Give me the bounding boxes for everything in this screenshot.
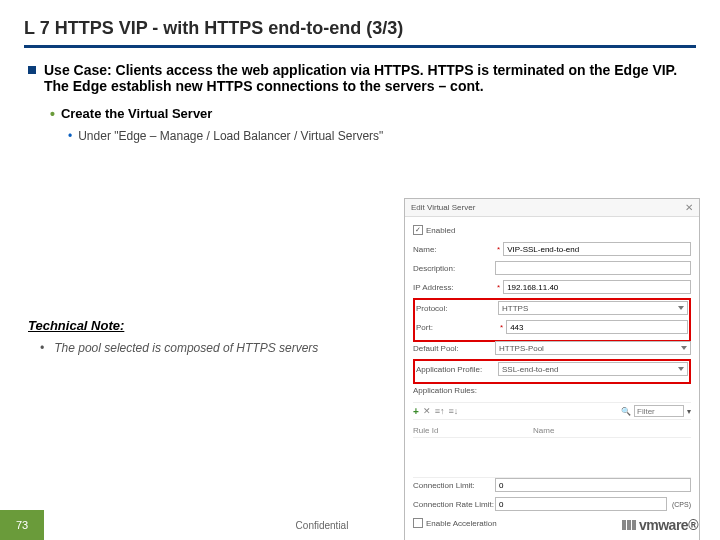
connrate-suffix: (CPS) <box>672 501 691 508</box>
name-label: Name: <box>413 245 495 254</box>
appprofile-label: Application Profile: <box>416 365 498 374</box>
square-bullet-icon <box>28 66 36 74</box>
bullet-sub1: • Create the Virtual Server <box>50 106 696 121</box>
bullet-main: Use Case: Clients access the web applica… <box>28 62 696 94</box>
bullet-sub2: • Under "Edge – Manage / Load Balancer /… <box>68 129 696 143</box>
rules-table-header: Rule Id Name <box>413 424 691 438</box>
required-icon: * <box>497 245 500 254</box>
add-icon[interactable]: + <box>413 406 419 417</box>
dot-icon: • <box>68 129 72 143</box>
name-input[interactable] <box>503 242 691 256</box>
confidential-label: Confidential <box>44 520 600 531</box>
virtual-server-dialog: Edit Virtual Server ✕ ✓ Enabled Name: * … <box>404 198 700 540</box>
port-input[interactable] <box>506 320 688 334</box>
highlight-box-protocol-port: Protocol: HTTPS Port: * <box>413 298 691 342</box>
technote-heading: Technical Note: <box>28 318 384 333</box>
dot-icon: • <box>50 107 55 121</box>
rules-toolbar: + ✕ ≡↑ ≡↓ 🔍 ▾ <box>413 402 691 420</box>
required-icon: * <box>497 283 500 292</box>
defaultpool-select[interactable]: HTTPS-Pool <box>495 341 691 355</box>
close-icon[interactable]: ✕ <box>685 202 693 213</box>
dot-icon: • <box>40 341 44 355</box>
ip-input[interactable] <box>503 280 691 294</box>
highlight-box-appprofile: Application Profile: SSL-end-to-end <box>413 359 691 384</box>
defaultpool-label: Default Pool: <box>413 344 495 353</box>
connlimit-input[interactable] <box>495 478 691 492</box>
port-label: Port: <box>416 323 498 332</box>
col-name: Name <box>533 426 554 435</box>
enabled-checkbox[interactable]: ✓ <box>413 225 423 235</box>
apprules-label: Application Rules: <box>413 386 495 395</box>
bullet-main-text: Use Case: Clients access the web applica… <box>44 62 696 94</box>
rules-table-body <box>413 438 691 478</box>
protocol-select[interactable]: HTTPS <box>498 301 688 315</box>
description-input[interactable] <box>495 261 691 275</box>
appprofile-select[interactable]: SSL-end-to-end <box>498 362 688 376</box>
required-icon: * <box>500 323 503 332</box>
slide-title: L 7 HTTPS VIP - with HTTPS end-to-end (3… <box>24 18 696 48</box>
protocol-label: Protocol: <box>416 304 498 313</box>
dialog-title: Edit Virtual Server <box>411 203 475 212</box>
technical-note: Technical Note: • The pool selected is c… <box>28 318 384 355</box>
slide-footer: 73 Confidential vmware® <box>0 510 720 540</box>
dialog-header: Edit Virtual Server ✕ <box>405 199 699 217</box>
connrate-label: Connection Rate Limit: <box>413 500 495 509</box>
description-label: Description: <box>413 264 495 273</box>
movedown-icon[interactable]: ≡↓ <box>449 406 459 416</box>
technote-body: The pool selected is composed of HTTPS s… <box>54 341 318 355</box>
remove-icon[interactable]: ✕ <box>423 406 431 416</box>
bullet-sub2-text: Under "Edge – Manage / Load Balancer / V… <box>78 129 383 143</box>
enabled-label: Enabled <box>426 226 455 235</box>
chevron-down-icon <box>678 306 684 310</box>
search-icon: 🔍 <box>621 407 631 416</box>
col-ruleid: Rule Id <box>413 426 533 435</box>
moveup-icon[interactable]: ≡↑ <box>435 406 445 416</box>
vmware-logo: vmware® <box>600 517 720 533</box>
connlimit-label: Connection Limit: <box>413 481 495 490</box>
filter-input[interactable] <box>634 405 684 417</box>
connrate-input[interactable] <box>495 497 667 511</box>
clear-filter-icon[interactable]: ▾ <box>687 407 691 416</box>
bullet-sub1-text: Create the Virtual Server <box>61 106 213 121</box>
ip-label: IP Address: <box>413 283 495 292</box>
chevron-down-icon <box>678 367 684 371</box>
chevron-down-icon <box>681 346 687 350</box>
page-number: 73 <box>0 510 44 540</box>
